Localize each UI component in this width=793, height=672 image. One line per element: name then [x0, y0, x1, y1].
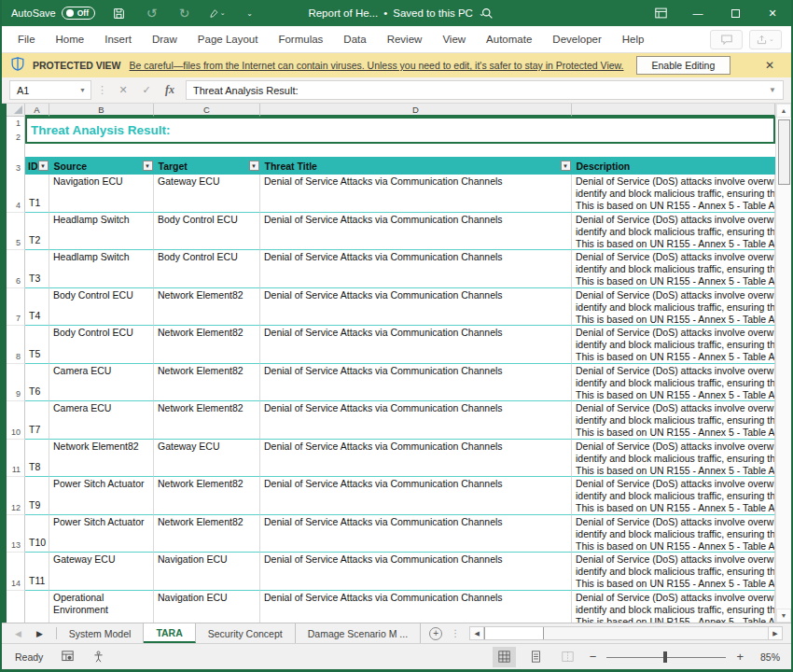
zoom-slider[interactable]: [606, 651, 726, 663]
comments-button[interactable]: [710, 30, 743, 49]
ribbon-tab-data[interactable]: Data: [333, 26, 376, 52]
name-box-dropdown-icon[interactable]: ▼: [79, 87, 90, 93]
scroll-up-icon[interactable]: ▲: [776, 104, 791, 118]
autosave-switch[interactable]: Off: [62, 7, 95, 20]
ribbon-tab-view[interactable]: View: [432, 26, 476, 52]
cell-id[interactable]: T4: [25, 288, 49, 327]
maximize-button[interactable]: [716, 0, 754, 26]
cell-id[interactable]: T7: [25, 401, 49, 440]
row-header-4[interactable]: 4: [7, 175, 25, 213]
redo-icon[interactable]: ↻: [176, 0, 193, 26]
cell-description[interactable]: Denial of Service (DoS) attacks involve …: [572, 515, 775, 553]
cell-id[interactable]: T5: [25, 326, 49, 364]
cell-target[interactable]: Gateway ECU: [154, 175, 260, 213]
ribbon-tab-file[interactable]: File: [7, 26, 46, 52]
sheet-nav-left-icon[interactable]: ◀: [15, 629, 21, 638]
scroll-left-icon[interactable]: ◀: [470, 627, 484, 639]
cell-threat-title[interactable]: Denial of Service Attacks via Communicat…: [260, 553, 572, 591]
filter-button-id[interactable]: ▼: [38, 161, 49, 171]
cell-threat-title[interactable]: Denial of Service Attacks via Communicat…: [260, 250, 572, 288]
cell-id[interactable]: T2: [25, 213, 49, 251]
macro-record-icon[interactable]: [62, 651, 74, 663]
cell-id[interactable]: [25, 591, 49, 623]
cell-description[interactable]: Denial of Service (DoS) attacks involve …: [572, 364, 775, 402]
cell-target[interactable]: Gateway ECU: [154, 440, 260, 478]
cell-description[interactable]: Denial of Service (DoS) attacks involve …: [572, 401, 775, 440]
undo-icon[interactable]: ↺: [144, 0, 160, 26]
autosave-toggle[interactable]: AutoSave Off: [11, 7, 95, 20]
column-header-a[interactable]: A: [25, 104, 49, 117]
row-header-9[interactable]: 9: [7, 364, 25, 402]
ribbon-tab-page-layout[interactable]: Page Layout: [188, 26, 269, 52]
column-header-d[interactable]: D: [260, 104, 572, 117]
ribbon-tab-review[interactable]: Review: [377, 26, 433, 52]
zoom-in-icon[interactable]: +: [734, 650, 745, 664]
cell-target[interactable]: Network Element82: [154, 401, 260, 440]
cell-threat-title[interactable]: Denial of Service Attacks via Communicat…: [260, 326, 572, 364]
filter-button-threat-title[interactable]: ▼: [561, 161, 571, 171]
cell-description[interactable]: Denial of Service (DoS) attacks involve …: [572, 591, 775, 623]
row-header-12[interactable]: 12: [7, 477, 25, 515]
ribbon-tab-formulas[interactable]: Formulas: [268, 26, 333, 52]
scroll-down-icon[interactable]: ▼: [776, 609, 791, 623]
share-button[interactable]: ⌄: [749, 30, 782, 49]
row-header-14[interactable]: 14: [7, 553, 25, 591]
accessibility-checker-icon[interactable]: [92, 651, 104, 663]
cell-threat-title[interactable]: Denial of Service Attacks via Communicat…: [260, 213, 572, 251]
protected-view-message[interactable]: Be careful—files from the Internet can c…: [130, 60, 624, 71]
sheet-nav-right-icon[interactable]: ▶: [36, 629, 43, 638]
cell-source[interactable]: Gateway ECU: [49, 553, 154, 591]
row-header-10[interactable]: 10: [7, 401, 25, 440]
row-header-8[interactable]: 8: [7, 326, 25, 364]
cell-source[interactable]: Body Control ECU: [49, 288, 154, 327]
row-header-5[interactable]: 5: [7, 213, 25, 251]
cell-source[interactable]: Headlamp Switch: [49, 213, 154, 251]
cell-threat-title[interactable]: Denial of Service Attacks via Communicat…: [260, 440, 572, 478]
table-header-source[interactable]: Source▼: [51, 157, 156, 175]
cell-description[interactable]: Denial of Service (DoS) attacks involve …: [572, 326, 775, 364]
filter-button-target[interactable]: ▼: [249, 161, 259, 171]
cell-target[interactable]: Network Element82: [154, 288, 260, 327]
vertical-scrollbar[interactable]: ▲ ▼: [775, 104, 791, 623]
save-icon[interactable]: [111, 0, 128, 26]
cell-description[interactable]: Denial of Service (DoS) attacks involve …: [572, 213, 775, 251]
filter-button-source[interactable]: ▼: [143, 161, 153, 171]
cell-source[interactable]: Camera ECU: [49, 364, 154, 402]
cell-id[interactable]: T9: [25, 477, 49, 515]
cell-id[interactable]: T6: [25, 364, 49, 402]
selected-title-cell[interactable]: Threat Analysis Result:: [25, 117, 775, 144]
draw-touch-icon[interactable]: ⌄: [209, 0, 226, 26]
cell-description[interactable]: Denial of Service (DoS) attacks involve …: [572, 250, 775, 288]
cell-target[interactable]: Network Element82: [154, 477, 260, 515]
row-header-1[interactable]: 1: [7, 117, 24, 131]
cell-source[interactable]: Power Sitch Actuator: [49, 477, 154, 515]
sheet-tab-system-model[interactable]: System Model: [57, 623, 145, 643]
row-header-3[interactable]: 3: [7, 157, 25, 175]
insert-function-icon[interactable]: fx: [160, 83, 180, 97]
cell-threat-title[interactable]: Denial of Service Attacks via Communicat…: [260, 175, 572, 213]
row-header-7[interactable]: 7: [7, 288, 25, 327]
select-all-corner[interactable]: [7, 104, 25, 117]
normal-view-icon[interactable]: [493, 647, 516, 667]
row-header-2[interactable]: 2: [7, 131, 24, 145]
cell-description[interactable]: Denial of Service (DoS) attacks involve …: [572, 440, 775, 478]
cell-source[interactable]: Camera ECU: [49, 401, 154, 440]
cell-id[interactable]: T1: [25, 175, 49, 213]
zoom-slider-thumb[interactable]: [663, 651, 667, 663]
column-header-b[interactable]: B: [49, 104, 154, 117]
cell-threat-title[interactable]: Denial of Service Attacks via Communicat…: [260, 364, 572, 402]
cell-source[interactable]: Navigation ECU: [49, 175, 154, 213]
enable-editing-button[interactable]: Enable Editing: [636, 56, 731, 75]
cell-target[interactable]: Navigation ECU: [154, 553, 260, 591]
cell-source[interactable]: Operational Environment: [49, 591, 154, 623]
page-layout-view-icon[interactable]: [524, 647, 548, 667]
row-headers-1-2[interactable]: 1 2: [7, 117, 25, 144]
cell-target[interactable]: Network Element82: [154, 364, 260, 402]
cell-threat-title[interactable]: Denial of Service Attacks via Communicat…: [260, 591, 572, 623]
expand-formula-bar-icon[interactable]: ▼: [769, 86, 783, 94]
cell-threat-title[interactable]: Denial of Service Attacks via Communicat…: [260, 401, 572, 440]
ribbon-display-options-icon[interactable]: [642, 0, 679, 26]
table-header-threat-title[interactable]: Threat Title▼: [262, 157, 574, 175]
row-header-13[interactable]: 13: [7, 515, 25, 553]
customize-quick-access-icon[interactable]: ⌄: [242, 0, 258, 26]
